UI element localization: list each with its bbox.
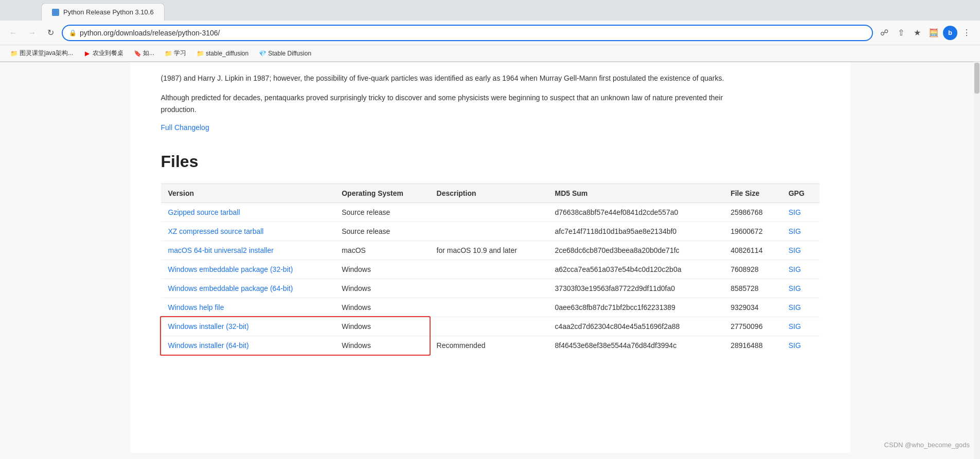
version-link[interactable]: Windows installer (64-bit) bbox=[168, 341, 249, 350]
table-row: Windows installer (64-bit)WindowsRecomme… bbox=[161, 336, 819, 355]
col-header-os: Operating System bbox=[334, 184, 429, 203]
gem-icon: 💎 bbox=[259, 50, 266, 57]
size-cell: 25986768 bbox=[723, 203, 781, 222]
md5-cell: c4aa2cd7d62304c804e45a51696f2a88 bbox=[547, 317, 723, 336]
description-cell bbox=[430, 222, 548, 241]
folder-icon-5: 📁 bbox=[197, 50, 204, 57]
files-table: Version Operating System Description MD5… bbox=[161, 183, 819, 355]
bookmark-item-4[interactable]: 📁 学习 bbox=[161, 47, 190, 59]
generic-icon-3: 🔖 bbox=[134, 50, 141, 57]
translate-button[interactable]: ☍ bbox=[877, 26, 892, 40]
scrollbar-thumb[interactable] bbox=[974, 63, 979, 94]
size-cell: 7608928 bbox=[723, 260, 781, 279]
md5-cell: 0aee63c8fb87dc71bf2bcc1f62231389 bbox=[547, 298, 723, 317]
size-cell: 8585728 bbox=[723, 279, 781, 298]
tab-title: Python Release Python 3.10.6 bbox=[63, 8, 154, 16]
back-button[interactable]: ← bbox=[6, 26, 21, 40]
scrollbar[interactable] bbox=[974, 62, 980, 453]
md5-cell: 37303f03e19563fa87722d9df11d0fa0 bbox=[547, 279, 723, 298]
full-changelog-link[interactable]: Full Changelog bbox=[161, 123, 819, 132]
active-tab[interactable]: Python Release Python 3.10.6 bbox=[41, 3, 165, 21]
tab-favicon bbox=[52, 9, 59, 16]
profile-button[interactable]: b bbox=[943, 26, 957, 40]
table-row: macOS 64-bit universal2 installermacOSfo… bbox=[161, 241, 819, 260]
tab-bar: Python Release Python 3.10.6 bbox=[0, 0, 980, 21]
col-header-description: Description bbox=[430, 184, 548, 203]
gpg-link[interactable]: SIG bbox=[789, 341, 801, 350]
table-row: Windows installer (32-bit)Windowsc4aa2cd… bbox=[161, 317, 819, 336]
gpg-link[interactable]: SIG bbox=[789, 322, 801, 331]
watermark: CSDN @who_become_gods bbox=[884, 441, 970, 449]
browser-chrome: Python Release Python 3.10.6 ← → ↻ 🔒 pyt… bbox=[0, 0, 980, 62]
md5-cell: afc7e14f7118d10d1ba95ae8e2134bf0 bbox=[547, 222, 723, 241]
size-cell: 28916488 bbox=[723, 336, 781, 355]
col-header-size: File Size bbox=[723, 184, 781, 203]
folder-icon-4: 📁 bbox=[165, 50, 172, 57]
menu-button[interactable]: ⋮ bbox=[959, 26, 974, 40]
gpg-link[interactable]: SIG bbox=[789, 265, 801, 273]
gpg-link[interactable]: SIG bbox=[789, 303, 801, 311]
table-row: Windows embeddable package (32-bit)Windo… bbox=[161, 260, 819, 279]
os-cell: Source release bbox=[334, 203, 429, 222]
col-header-md5: MD5 Sum bbox=[547, 184, 723, 203]
col-header-version: Version bbox=[161, 184, 335, 203]
md5-cell: a62cca7ea561a037e54b4c0d120c2b0a bbox=[547, 260, 723, 279]
table-row: Gzipped source tarballSource released766… bbox=[161, 203, 819, 222]
bookmark-star-button[interactable]: ★ bbox=[910, 26, 924, 40]
version-link[interactable]: Windows embeddable package (32-bit) bbox=[168, 265, 293, 273]
gpg-link[interactable]: SIG bbox=[789, 246, 801, 254]
bookmark-item-2[interactable]: ▶ 农业到餐桌 bbox=[79, 47, 128, 59]
address-bar[interactable]: 🔒 python.org/downloads/release/python-31… bbox=[62, 25, 873, 41]
version-link[interactable]: XZ compressed source tarball bbox=[168, 227, 264, 235]
lock-icon: 🔒 bbox=[69, 29, 77, 36]
os-cell: Source release bbox=[334, 222, 429, 241]
description-cell bbox=[430, 279, 548, 298]
os-cell: macOS bbox=[334, 241, 429, 260]
md5-cell: 8f46453e68ef38e5544a76d84df3994c bbox=[547, 336, 723, 355]
bookmark-item-1[interactable]: 📁 图灵课堂java架构... bbox=[6, 47, 77, 59]
gpg-link[interactable]: SIG bbox=[789, 227, 801, 235]
bookmark-label-2: 农业到餐桌 bbox=[93, 49, 123, 58]
description-cell bbox=[430, 317, 548, 336]
version-link[interactable]: Windows embeddable package (64-bit) bbox=[168, 284, 293, 292]
description-cell bbox=[430, 260, 548, 279]
version-link[interactable]: Windows help file bbox=[168, 303, 224, 311]
table-row: Windows embeddable package (64-bit)Windo… bbox=[161, 279, 819, 298]
col-header-gpg: GPG bbox=[781, 184, 819, 203]
page-content: (1987) and Harry J. Lipkin in 1987; howe… bbox=[130, 62, 850, 453]
os-cell: Windows bbox=[334, 279, 429, 298]
forward-button[interactable]: → bbox=[25, 26, 39, 40]
os-cell: Windows bbox=[334, 298, 429, 317]
gpg-link[interactable]: SIG bbox=[789, 208, 801, 216]
folder-icon-1: 📁 bbox=[10, 50, 17, 57]
youtube-icon: ▶ bbox=[83, 50, 91, 57]
share-button[interactable]: ⇧ bbox=[894, 26, 908, 40]
description-cell: Recommended bbox=[430, 336, 548, 355]
bookmark-item-6[interactable]: 💎 Stable Diffusion bbox=[255, 48, 315, 59]
size-cell: 40826114 bbox=[723, 241, 781, 260]
url-text: python.org/downloads/release/python-3106… bbox=[80, 29, 220, 37]
bookmark-item-3[interactable]: 🔖 如... bbox=[130, 47, 158, 59]
size-cell: 9329034 bbox=[723, 298, 781, 317]
table-row: XZ compressed source tarballSource relea… bbox=[161, 222, 819, 241]
md5-cell: d76638ca8bf57e44ef0841d2cde557a0 bbox=[547, 203, 723, 222]
version-link[interactable]: Gzipped source tarball bbox=[168, 208, 240, 216]
reload-button[interactable]: ↻ bbox=[43, 26, 58, 40]
bookmark-label-1: 图灵课堂java架构... bbox=[20, 49, 73, 58]
description-cell bbox=[430, 203, 548, 222]
intro-paragraph-2: Although predicted for decades, pentaqua… bbox=[161, 92, 727, 115]
gpg-link[interactable]: SIG bbox=[789, 284, 801, 292]
bookmark-item-5[interactable]: 📁 stable_diffusion bbox=[192, 48, 253, 59]
bookmark-label-5: stable_diffusion bbox=[206, 50, 248, 57]
os-cell: Windows bbox=[334, 336, 429, 355]
size-cell: 19600672 bbox=[723, 222, 781, 241]
os-cell: Windows bbox=[334, 260, 429, 279]
extensions-button[interactable]: 🧮 bbox=[926, 26, 941, 40]
description-cell bbox=[430, 298, 548, 317]
nav-bar: ← → ↻ 🔒 python.org/downloads/release/pyt… bbox=[0, 21, 980, 45]
bookmarks-bar: 📁 图灵课堂java架构... ▶ 农业到餐桌 🔖 如... 📁 学习 📁 st… bbox=[0, 45, 980, 62]
version-link[interactable]: Windows installer (32-bit) bbox=[168, 322, 249, 331]
nav-actions: ☍ ⇧ ★ 🧮 b ⋮ bbox=[877, 26, 974, 40]
md5-cell: 2ce68dc6cb870ed3beea8a20b0de71fc bbox=[547, 241, 723, 260]
version-link[interactable]: macOS 64-bit universal2 installer bbox=[168, 246, 274, 254]
